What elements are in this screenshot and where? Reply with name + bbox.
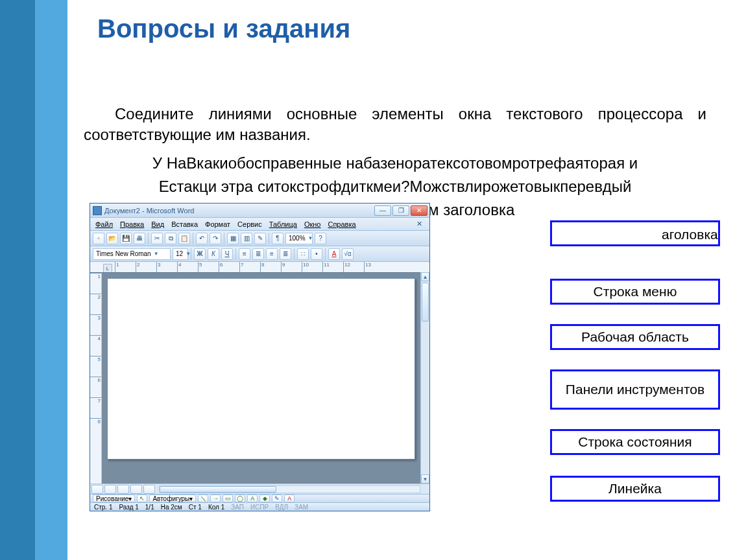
menu-table[interactable]: Таблица [269, 220, 297, 228]
zoom-field[interactable]: 100%▼ [285, 233, 313, 244]
status-col: Кол 1 [208, 504, 224, 511]
scroll-down-icon[interactable]: ▼ [421, 474, 429, 484]
rect-icon[interactable]: ▭ [223, 495, 233, 502]
fill-color-icon[interactable]: ◆ [259, 495, 270, 502]
align-left-icon[interactable]: ≡ [239, 248, 250, 260]
answer-box-toolbars[interactable]: Панели инструментов [550, 369, 720, 410]
help-icon[interactable]: ? [315, 233, 326, 244]
view-web-icon[interactable] [104, 485, 116, 494]
answer-box-menu-bar[interactable]: Строка меню [550, 279, 720, 305]
columns-icon[interactable]: ▥ [241, 233, 252, 244]
paste-icon[interactable]: 📋 [178, 233, 190, 244]
task-prompt: Соедините линиями основные элементы окна… [84, 104, 706, 146]
answer-box-title-bar-partial-text: аголовка [662, 227, 718, 242]
overlap-line-1a: У НаВкакиобосправенные набазеноратексото… [84, 154, 706, 172]
status-at: На 2см [161, 504, 182, 511]
font-size-field[interactable]: 12▼ [173, 248, 188, 260]
font-color-icon[interactable]: A [284, 495, 295, 502]
vruler-tick: 5 [90, 356, 101, 377]
view-print-icon[interactable] [117, 485, 129, 494]
answer-box-status-bar[interactable]: Строка состояния [550, 429, 720, 455]
copy-icon[interactable]: ⧉ [165, 233, 176, 244]
oval-icon[interactable]: ◯ [235, 495, 245, 502]
ruler-tick: 13 [364, 262, 385, 273]
scroll-up-icon[interactable]: ▲ [421, 272, 429, 281]
status-flag: ВДЛ [275, 504, 288, 511]
formatting-toolbar[interactable]: Times New Roman▼ 12▼ Ж К Ч ≡ ≣ ≡ ≣ ∷ • A… [90, 246, 429, 262]
document-area[interactable]: 1 2 3 4 5 6 7 8 [90, 272, 420, 484]
maximize-button[interactable]: ❐ [392, 205, 409, 216]
answer-box-ruler[interactable]: Линейка [550, 476, 720, 502]
doc-close-button[interactable]: ✕ [414, 220, 424, 229]
menu-window[interactable]: Окно [304, 220, 321, 228]
menu-edit[interactable]: Правка [120, 220, 144, 228]
menu-view[interactable]: Вид [151, 220, 164, 228]
page-title: Вопросы и задания [97, 14, 350, 43]
answer-label: Панели инструментов [566, 382, 704, 397]
cut-icon[interactable]: ✂ [151, 233, 163, 244]
align-justify-icon[interactable]: ≣ [280, 248, 291, 260]
vertical-ruler[interactable]: 1 2 3 4 5 6 7 8 [90, 273, 102, 484]
align-center-icon[interactable]: ≣ [252, 248, 264, 260]
word-title-bar[interactable]: Документ2 - Microsoft Word — ❐ ✕ [90, 204, 429, 218]
view-reading-icon[interactable] [143, 485, 155, 494]
word-menu-bar[interactable]: Файл Правка Вид Вставка Формат Сервис Та… [90, 218, 429, 231]
status-flag: ИСПР [250, 504, 269, 511]
redo-icon[interactable]: ↷ [210, 233, 221, 244]
close-button[interactable]: ✕ [411, 205, 427, 216]
menu-help[interactable]: Справка [328, 220, 355, 228]
menu-insert[interactable]: Вставка [171, 220, 198, 228]
ruler-tick: 6 [219, 262, 239, 273]
new-doc-icon[interactable]: ▫ [93, 233, 104, 244]
horizontal-scrollbar[interactable] [159, 485, 420, 493]
drawing-label[interactable]: Рисование ▾ [93, 495, 135, 502]
ruler-tick: 10 [302, 262, 322, 273]
open-icon[interactable]: 📂 [106, 233, 118, 244]
line-color-icon[interactable]: ✎ [272, 495, 282, 502]
font-name-field[interactable]: Times New Roman▼ [93, 248, 171, 260]
ruler-tab-selector[interactable]: L [103, 264, 112, 273]
italic-icon[interactable]: К [208, 248, 219, 260]
align-right-icon[interactable]: ≡ [266, 248, 278, 260]
status-page: Стр. 1 [94, 504, 112, 511]
font-color-icon[interactable]: A [328, 248, 340, 260]
arrow-icon[interactable]: → [210, 495, 221, 502]
minimize-button[interactable]: — [374, 205, 391, 216]
ruler-tick: 12 [343, 262, 364, 273]
vruler-tick: 4 [90, 335, 101, 356]
print-icon[interactable]: 🖶 [134, 233, 145, 244]
autoshapes-label[interactable]: Автофигуры ▾ [149, 495, 196, 502]
menu-file[interactable]: Файл [95, 220, 113, 228]
answer-box-work-area[interactable]: Рабочая область [550, 324, 720, 350]
scroll-thumb[interactable] [422, 283, 429, 321]
bullet-list-icon[interactable]: • [311, 248, 322, 260]
ruler-tick: 7 [239, 262, 260, 273]
drawing-icon[interactable]: ✎ [254, 233, 266, 244]
formula-icon[interactable]: √α [342, 248, 354, 260]
vertical-scrollbar[interactable]: ▲ ▼ [420, 272, 429, 484]
document-page[interactable] [107, 278, 415, 460]
overlap-line-2a: Естакци этра ситокстрофдиткмеи?Можствлир… [84, 178, 706, 196]
table-icon[interactable]: ▦ [227, 233, 239, 244]
word-app-icon [93, 206, 102, 215]
view-outline-icon[interactable] [130, 485, 142, 494]
side-stripe-light [35, 0, 67, 560]
underline-icon[interactable]: Ч [221, 248, 233, 260]
textbox-icon[interactable]: A [247, 495, 258, 502]
standard-toolbar[interactable]: ▫ 📂 💾 🖶 ✂ ⧉ 📋 ↶ ↷ ▦ ▥ ✎ ¶ 100%▼ ? [90, 231, 429, 246]
drawing-toolbar[interactable]: Рисование ▾ ↖ Автофигуры ▾ ＼ → ▭ ◯ A ◆ ✎… [90, 494, 429, 502]
bold-icon[interactable]: Ж [194, 248, 206, 260]
menu-format[interactable]: Формат [205, 220, 230, 228]
line-icon[interactable]: ＼ [198, 495, 208, 502]
word-title-text: Документ2 - Microsoft Word [104, 207, 194, 215]
save-icon[interactable]: 💾 [120, 233, 132, 244]
undo-icon[interactable]: ↶ [196, 233, 208, 244]
show-marks-icon[interactable]: ¶ [272, 233, 283, 244]
view-normal-icon[interactable] [91, 485, 103, 494]
numbered-list-icon[interactable]: ∷ [297, 248, 309, 260]
vruler-tick: 6 [90, 377, 101, 397]
menu-tools[interactable]: Сервис [237, 220, 262, 228]
ruler-tick: 9 [281, 262, 302, 273]
hscroll-thumb[interactable] [160, 486, 276, 493]
select-arrow-icon[interactable]: ↖ [137, 495, 147, 502]
